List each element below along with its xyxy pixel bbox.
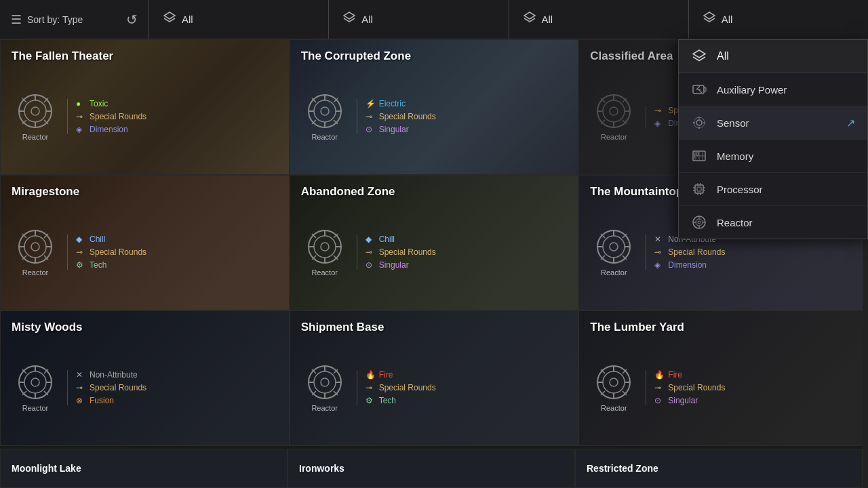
stat-text: Special Rounds: [379, 383, 436, 392]
dropdown-item-memory[interactable]: Memory: [679, 140, 867, 173]
special-icon: ⊸: [76, 383, 85, 392]
map-card-abandoned-zone[interactable]: Abandoned Zone: [290, 175, 579, 310]
dropdown-item-sensor[interactable]: Sensor ↗: [679, 106, 867, 140]
special-icon: ⊸: [366, 383, 375, 392]
svg-point-49: [314, 236, 336, 258]
special-icon: ⊸: [654, 247, 664, 257]
dropdown-label-sensor: Sensor: [717, 117, 837, 129]
dropdown-item-all[interactable]: All: [679, 40, 867, 73]
sensor-icon: [691, 115, 707, 131]
dropdown-label-memory: Memory: [717, 150, 855, 162]
stat-text: Dimension: [668, 260, 707, 270]
stat-row: ◈ Dimension: [654, 260, 725, 270]
stat-text: Special Rounds: [90, 247, 146, 257]
svg-point-82: [314, 371, 336, 393]
filter-section-1[interactable]: All: [149, 0, 329, 39]
stat-row: ⊙ Singular: [366, 125, 436, 134]
special-icon: ⊸: [76, 112, 85, 121]
map-card-moonlight-lake-partial[interactable]: Moonlight Lake: [0, 449, 288, 488]
dropdown-item-processor[interactable]: Processor: [679, 173, 867, 206]
map-title-abandoned-zone: Abandoned Zone: [301, 185, 568, 199]
map-card-miragestone[interactable]: Miragestone: [0, 175, 290, 310]
map-card-lumber-yard[interactable]: The Lumber Yard: [578, 310, 868, 446]
stat-text: Special Rounds: [668, 383, 725, 392]
stat-text: Special Rounds: [90, 383, 146, 392]
reactor-container-3: Reactor: [590, 92, 637, 141]
sort-label: Sort by: Type: [27, 14, 83, 25]
map-card-ironworks-partial[interactable]: Ironworks: [288, 449, 575, 488]
map-title-lumber-yard: The Lumber Yard: [590, 321, 856, 334]
map-card-fallen-theater[interactable]: The Fallen Theater: [0, 39, 290, 175]
stat-row: ⊸ Special Rounds: [76, 383, 146, 392]
stat-text: Chill: [90, 235, 105, 244]
reactor-label-9: Reactor: [601, 404, 627, 412]
svg-point-28: [610, 107, 618, 115]
dropdown-item-auxiliary-power[interactable]: Auxiliary Power: [679, 73, 867, 106]
svg-rect-123: [695, 185, 703, 193]
stat-text: Fusion: [90, 396, 114, 405]
map-stats-4: ◆ Chill ⊸ Special Rounds ⚙ Tech: [67, 235, 146, 270]
reactor-label-6: Reactor: [601, 268, 627, 277]
filter-section-4[interactable]: All: [689, 0, 868, 39]
filter-label-1: All: [182, 14, 193, 25]
svg-point-83: [321, 378, 329, 386]
svg-marker-103: [693, 50, 705, 58]
dropdown-item-reactor[interactable]: Reactor: [679, 206, 867, 239]
stat-text: Special Rounds: [379, 112, 436, 121]
svg-point-135: [698, 221, 701, 224]
reactor-icon-9: [595, 363, 633, 401]
filter-label-4: All: [722, 14, 733, 25]
singular-icon: ⊙: [654, 396, 664, 405]
map-card-misty-woods[interactable]: Misty Woods: [0, 310, 290, 446]
filter-section-2[interactable]: All: [329, 0, 509, 39]
stat-row: ⚙ Tech: [366, 396, 436, 405]
svg-point-16: [314, 100, 336, 122]
reset-button[interactable]: ↺: [126, 12, 138, 28]
svg-line-107: [698, 89, 702, 93]
reactor-container-1: Reactor: [12, 92, 59, 141]
map-stats-8: 🔥 Fire ⊸ Special Rounds ⚙ Tech: [357, 370, 436, 405]
map-title-misty-woods: Misty Woods: [12, 321, 278, 334]
map-title-moonlight-lake: Moonlight Lake: [12, 463, 81, 474]
sort-icon: ☰: [11, 12, 22, 27]
stat-row: ⚙ Tech: [76, 260, 146, 270]
svg-point-60: [603, 236, 625, 258]
stat-row: 🔥 Fire: [366, 370, 436, 380]
stat-text: Special Rounds: [379, 247, 436, 257]
electric-icon: ⚡: [366, 99, 375, 108]
stat-row: ◆ Chill: [366, 235, 436, 244]
fire-icon: 🔥: [366, 370, 375, 380]
layers-icon-3: [523, 11, 536, 28]
reactor-icon-2: [306, 92, 344, 130]
sort-section[interactable]: ☰ Sort by: Type ↺: [0, 0, 149, 39]
noattr-icon: ✕: [76, 370, 85, 380]
stat-row: 🔥 Fire: [654, 370, 725, 380]
dim-icon: ◈: [654, 119, 664, 128]
map-card-shipment-base[interactable]: Shipment Base: [290, 310, 579, 446]
map-title-miragestone: Miragestone: [12, 185, 278, 199]
map-card-corrupted-zone[interactable]: The Corrupted Zone: [290, 39, 579, 175]
svg-point-27: [603, 100, 625, 122]
stat-row: ● Toxic: [76, 99, 146, 108]
svg-rect-122: [694, 152, 695, 159]
map-title-restricted-zone: Restricted Zone: [587, 463, 658, 474]
reactor-label-1: Reactor: [22, 133, 49, 141]
reactor-label-4: Reactor: [22, 268, 49, 277]
layers-icon-2: [342, 11, 356, 28]
stat-text: Singular: [379, 260, 409, 270]
stat-row: ⊸ Special Rounds: [366, 247, 436, 257]
stat-row: ⊸ Special Rounds: [366, 112, 436, 121]
svg-point-6: [31, 107, 39, 115]
stat-text: Tech: [90, 260, 106, 270]
filter-section-3[interactable]: All: [509, 0, 689, 39]
stat-row: ◈ Dimension: [76, 125, 146, 134]
fusion-icon: ⊗: [76, 396, 85, 405]
stat-text: Non-Attribute: [90, 370, 138, 380]
reactor-icon-3: [595, 92, 633, 130]
processor-icon: [691, 181, 707, 197]
svg-rect-105: [704, 87, 706, 92]
reactor-icon-1: [16, 92, 54, 130]
map-card-restricted-zone-partial[interactable]: Restricted Zone: [575, 449, 863, 488]
stat-row: ⊸ Special Rounds: [654, 247, 725, 257]
reactor-label-8: Reactor: [311, 404, 338, 412]
